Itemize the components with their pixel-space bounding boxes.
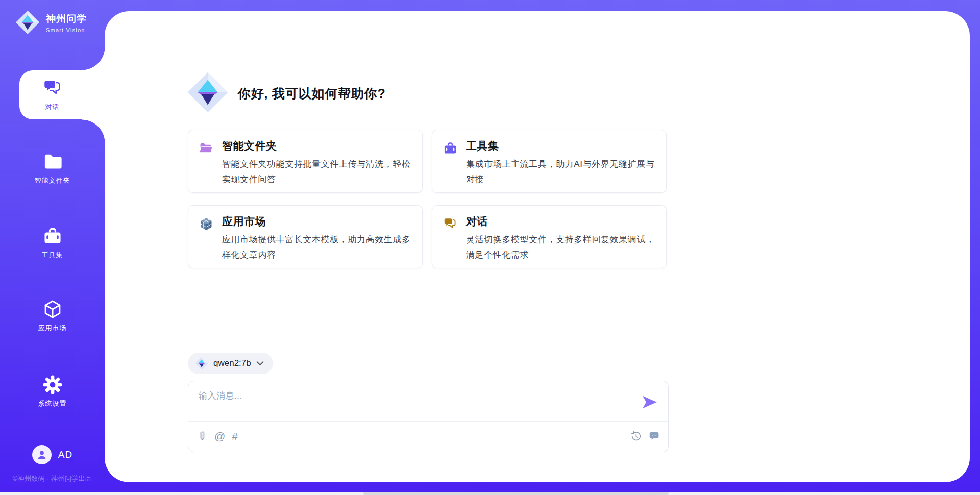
- app-window: 神州问学 Smart Vision 对话 智能文件夹 工具集 应用市场 系统设置…: [0, 0, 980, 495]
- sidebar-item-label: 应用市场: [38, 324, 67, 333]
- model-selector[interactable]: qwen2:7b: [188, 353, 273, 374]
- sidebar-item-smart-folder[interactable]: 智能文件夹: [0, 151, 105, 185]
- card-description: 集成市场上主流工具，助力AI与外界无缝扩展与对接: [466, 157, 659, 187]
- card-chat[interactable]: 对话 灵活切换多模型文件，支持多样回复效果调试，满足个性化需求: [432, 205, 667, 268]
- card-description: 应用市场提供丰富长文本模板，助力高效生成多样化文章内容: [222, 232, 415, 263]
- at-sign-icon: @: [214, 430, 225, 442]
- composer-divider: [188, 421, 668, 422]
- sidebar-item-label: 系统设置: [38, 399, 67, 408]
- message-composer: @ #: [188, 381, 669, 452]
- topic-button[interactable]: #: [232, 430, 238, 442]
- diamond-logo-icon: [195, 357, 208, 370]
- sidebar-item-label: 工具集: [42, 251, 63, 260]
- card-description: 智能文件夹功能支持批量文件上传与清洗，轻松实现文件问答: [222, 157, 415, 187]
- sidebar-item-label: 对话: [45, 103, 60, 112]
- mention-button[interactable]: @: [214, 430, 225, 442]
- history-icon: [630, 431, 642, 442]
- brand: 神州问学 Smart Vision: [15, 10, 87, 35]
- person-icon: [35, 448, 48, 461]
- horizontal-scrollbar[interactable]: [0, 492, 980, 495]
- brand-subtitle: Smart Vision: [46, 27, 87, 33]
- send-button[interactable]: [642, 395, 658, 410]
- sidebar-item-settings[interactable]: 系统设置: [0, 374, 105, 408]
- greeting-title: 你好, 我可以如何帮助你?: [238, 85, 386, 102]
- chat-icon: [42, 78, 63, 99]
- briefcase-icon: [42, 226, 63, 247]
- chat-icon: [443, 216, 458, 232]
- diamond-logo-icon: [187, 71, 229, 113]
- chat-filled-icon: [649, 431, 660, 442]
- user-initials: AD: [58, 449, 72, 460]
- attach-file-button[interactable]: [197, 431, 208, 442]
- message-input[interactable]: [199, 387, 638, 405]
- paperclip-icon: [197, 431, 208, 442]
- card-description: 灵活切换多模型文件，支持多样回复效果调试，满足个性化需求: [466, 232, 659, 263]
- card-title: 工具集: [466, 139, 499, 153]
- card-toolset[interactable]: 工具集 集成市场上主流工具，助力AI与外界无缝扩展与对接: [432, 130, 667, 193]
- card-title: 对话: [466, 214, 488, 229]
- model-name: qwen2:7b: [213, 358, 251, 368]
- avatar: [32, 445, 52, 464]
- active-tab-flare-top: [82, 47, 105, 70]
- folder-open-icon: [199, 141, 214, 156]
- chevron-down-icon: [256, 361, 264, 366]
- sidebar-item-toolset[interactable]: 工具集: [0, 226, 105, 260]
- history-button[interactable]: [630, 431, 642, 442]
- gear-icon: [42, 374, 63, 395]
- card-title: 智能文件夹: [222, 139, 277, 153]
- user-account[interactable]: AD: [0, 445, 105, 464]
- cube-icon: [42, 299, 63, 320]
- cube-grid-icon: [199, 216, 214, 232]
- brand-name: 神州问学: [46, 12, 87, 26]
- conversation-button[interactable]: [649, 431, 660, 442]
- composer-left-tools: @ #: [197, 421, 238, 452]
- card-smart-folder[interactable]: 智能文件夹 智能文件夹功能支持批量文件上传与清洗，轻松实现文件问答: [188, 130, 423, 193]
- scrollbar-thumb[interactable]: [363, 492, 669, 495]
- briefcase-icon: [443, 141, 458, 156]
- feature-cards: 智能文件夹 智能文件夹功能支持批量文件上传与清洗，轻松实现文件问答 工具集 集成…: [188, 130, 667, 268]
- card-title: 应用市场: [222, 214, 266, 229]
- diamond-logo-icon: [15, 10, 40, 35]
- card-app-market[interactable]: 应用市场 应用市场提供丰富长文本模板，助力高效生成多样化文章内容: [188, 205, 423, 268]
- composer-right-tools: [630, 421, 660, 452]
- sidebar-item-chat[interactable]: 对话: [0, 78, 105, 112]
- folder-icon: [42, 151, 63, 172]
- copyright-footer: ©神州数码 · 神州问学出品: [0, 474, 105, 483]
- sidebar-item-app-market[interactable]: 应用市场: [0, 299, 105, 333]
- hash-icon: #: [232, 430, 238, 442]
- active-tab-flare-bottom: [82, 119, 105, 143]
- send-icon: [642, 395, 657, 409]
- sidebar-item-label: 智能文件夹: [35, 176, 70, 185]
